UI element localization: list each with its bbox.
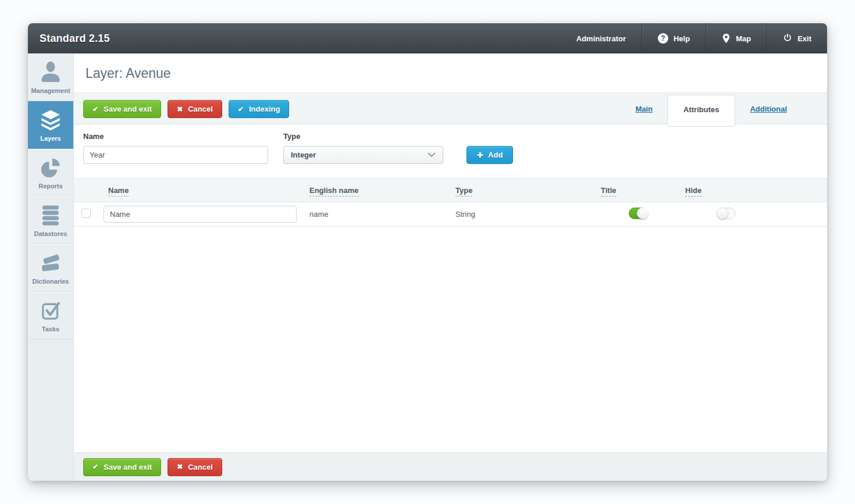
datastores-database-icon (29, 204, 72, 226)
sidebar-item-dictionaries[interactable]: Dictionaries (28, 244, 73, 292)
type-field-label: Type (283, 132, 443, 141)
name-field-label: Name (83, 132, 268, 141)
column-header-title: Title (601, 186, 685, 195)
map-menu-item[interactable]: Map (706, 23, 767, 53)
sidebar-item-label: Layers (29, 135, 72, 142)
row-select-checkbox[interactable] (81, 209, 91, 218)
map-pin-icon (722, 33, 731, 44)
plus-icon: ✚ (477, 152, 483, 159)
attribute-type-select[interactable]: Integer (283, 146, 443, 164)
footer-save-and-exit-button[interactable]: ✔ Save and exit (83, 458, 161, 476)
sidebar-item-label: Datastores (29, 230, 72, 237)
reports-pie-icon (29, 156, 72, 178)
sidebar-nav: Management Layers Reports (28, 53, 74, 481)
desktop-background: Standard 2.15 Administrator ? Help Map (0, 0, 855, 504)
check-icon: ✔ (92, 106, 98, 113)
sidebar-item-label: Dictionaries (29, 278, 72, 285)
sidebar-item-tasks[interactable]: Tasks (28, 292, 73, 339)
cancel-button[interactable]: ✖ Cancel (168, 100, 222, 118)
power-icon (783, 33, 792, 44)
sidebar-item-layers[interactable]: Layers (28, 101, 73, 149)
attribute-name-input[interactable] (83, 146, 268, 164)
check-icon: ✔ (238, 106, 244, 113)
footer-bar: ✔ Save and exit ✖ Cancel (74, 452, 827, 481)
app-title: Standard 2.15 (40, 33, 110, 45)
current-user-label: Administrator (561, 23, 642, 53)
sidebar-item-label: Tasks (29, 326, 72, 333)
exit-menu-item[interactable]: Exit (767, 23, 827, 53)
column-header-type: Type (455, 186, 601, 195)
toolbar: ✔ Save and exit ✖ Cancel ✔ Indexing Main… (74, 92, 827, 124)
check-icon: ✔ (92, 463, 98, 470)
column-header-english-name: English name (309, 186, 455, 195)
indexing-button[interactable]: ✔ Indexing (229, 100, 290, 118)
row-type: String (455, 210, 601, 219)
x-icon: ✖ (177, 106, 183, 113)
attributes-table-header: Name English name Type Title Hide (74, 178, 827, 202)
toggle-knob (637, 208, 649, 219)
page-title: Layer: Avenue (86, 66, 815, 81)
tasks-check-icon (29, 299, 72, 321)
footer-cancel-button[interactable]: ✖ Cancel (168, 458, 222, 476)
row-english-name: name (309, 210, 455, 219)
sidebar-item-datastores[interactable]: Datastores (28, 196, 73, 244)
content-spacer (74, 227, 827, 452)
row-name-input[interactable] (104, 206, 297, 223)
layers-icon (29, 109, 72, 131)
dictionaries-books-icon (29, 252, 72, 274)
hide-toggle[interactable] (717, 208, 736, 219)
attribute-table-row: name String (74, 202, 827, 227)
main-content: Layer: Avenue ✔ Save and exit ✖ Cancel ✔… (74, 53, 827, 481)
sidebar-item-reports[interactable]: Reports (28, 149, 73, 196)
header-menu: Administrator ? Help Map Exit (561, 23, 827, 53)
chevron-down-icon (428, 152, 436, 158)
save-and-exit-button[interactable]: ✔ Save and exit (83, 100, 161, 118)
add-attribute-form: Name Type Integer ✚ (74, 124, 827, 178)
toggle-knob (717, 208, 728, 219)
add-attribute-button[interactable]: ✚ Add (466, 146, 513, 164)
page-header: Layer: Avenue (74, 53, 827, 92)
help-icon: ? (658, 33, 668, 44)
tab-additional[interactable]: Additional (750, 105, 787, 113)
help-menu-item[interactable]: ? Help (642, 23, 706, 53)
management-person-icon (29, 61, 72, 83)
column-header-name: Name (104, 186, 309, 195)
column-header-hide: Hide (685, 186, 827, 195)
app-window: Standard 2.15 Administrator ? Help Map (28, 23, 827, 481)
tab-bar: Main Attributes Additional (621, 100, 801, 127)
sidebar-item-management[interactable]: Management (28, 53, 73, 101)
tab-main[interactable]: Main (635, 105, 653, 113)
sidebar-item-label: Management (29, 87, 72, 94)
tab-attributes[interactable]: Attributes (667, 95, 735, 127)
x-icon: ✖ (177, 463, 183, 470)
top-header-bar: Standard 2.15 Administrator ? Help Map (28, 23, 827, 53)
title-toggle[interactable] (629, 208, 648, 219)
sidebar-item-label: Reports (29, 183, 72, 190)
